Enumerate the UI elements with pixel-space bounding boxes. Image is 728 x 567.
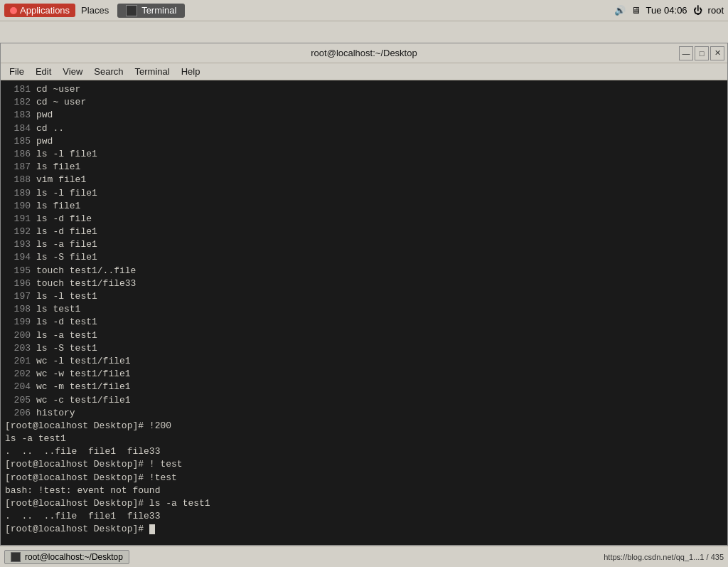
output-line: bash: !test: event not found [5,484,723,497]
command-text: touch test1/..file [36,265,136,277]
line-number: 188 [5,174,31,186]
command-text: cd .. [36,122,64,135]
taskbar-terminal-label: root@localhost:~/Desktop [25,552,123,562]
terminal-menubar: File Edit View Search Terminal Help [1,63,727,80]
menu-file[interactable]: File [4,65,30,78]
line-number: 202 [5,368,31,381]
output-line: [root@localhost Desktop]# !200 [5,420,723,433]
line-number: 191 [5,213,31,226]
taskbar-terminal[interactable]: root@localhost:~/Desktop [4,550,129,564]
history-line: 204wc -m test1/file1 [5,381,723,393]
line-number: 193 [5,238,31,251]
app-dot-icon [10,7,17,14]
command-text: ls -d file1 [36,226,97,238]
history-line: 197ls -l test1 [5,290,723,303]
maximize-button[interactable]: □ [695,46,709,60]
terminal-titlebar: root@localhost:~/Desktop — □ ✕ [1,43,727,63]
places-button[interactable]: Places [75,2,114,18]
line-number: 186 [5,148,31,161]
command-text: ls -a test1 [36,329,97,342]
output-line: [root@localhost Desktop]# !test [5,472,723,484]
history-line: 190ls file1 [5,200,723,213]
display-icon: 🖥 [631,5,641,16]
command-text: wc -l test1/file1 [36,355,131,368]
history-line: 187ls file1 [5,161,723,174]
history-line: 191ls -d file [5,213,723,226]
history-line: 192ls -d file1 [5,226,723,238]
terminal-window: root@localhost:~/Desktop — □ ✕ File Edit… [0,43,728,546]
command-text: wc -c test1/file1 [36,394,131,407]
line-number: 200 [5,329,31,342]
system-bar: Applications Places Terminal 🔊 🖥 Tue 04:… [0,0,728,21]
history-line: 205wc -c test1/file1 [5,394,723,407]
history-line: 196touch test1/file33 [5,277,723,290]
system-tray: 🔊 🖥 Tue 04:06 ⏻ root [614,5,724,16]
command-text: wc -m test1/file1 [36,381,131,393]
line-number: 183 [5,109,31,122]
terminal-content[interactable]: 181cd ~user182cd ~ user183pwd184cd ..185… [1,80,727,545]
line-number: 197 [5,290,31,303]
close-button[interactable]: ✕ [710,46,724,60]
command-text: cd ~ user [36,96,86,109]
command-text: ls -l file1 [36,148,97,161]
applications-button[interactable]: Applications [4,4,75,17]
line-number: 198 [5,303,31,316]
command-text: ls test1 [36,303,80,316]
terminal-tab-label: Terminal [141,5,176,16]
page-info: 1 / 435 [700,553,724,561]
line-number: 185 [5,135,31,148]
line-number: 194 [5,251,31,264]
command-text: history [36,407,75,420]
command-text: ls -d file [36,213,92,226]
line-number: 201 [5,355,31,368]
history-line: 185pwd [5,135,723,148]
taskbar: root@localhost:~/Desktop https://blog.cs… [0,546,728,567]
line-number: 205 [5,394,31,407]
command-text: pwd [36,109,53,122]
minimize-button[interactable]: — [679,46,693,60]
command-text: ls -a file1 [36,238,97,251]
line-number: 189 [5,187,31,200]
output-line: [root@localhost Desktop]# ls -a test1 [5,497,723,510]
line-number: 182 [5,96,31,109]
menu-edit[interactable]: Edit [30,65,57,78]
history-line: 195touch test1/..file [5,265,723,277]
history-line: 184cd .. [5,122,723,135]
command-text: ls -d test1 [36,316,97,329]
line-number: 206 [5,407,31,420]
history-line: 203ls -S test1 [5,342,723,355]
history-line: 202wc -w test1/file1 [5,368,723,381]
command-text: wc -w test1/file1 [36,368,131,381]
line-number: 187 [5,161,31,174]
output-line: . .. ..file file1 file33 [5,445,723,458]
history-line: 183pwd [5,109,723,122]
history-line: 198ls test1 [5,303,723,316]
history-line: 189ls -l file1 [5,187,723,200]
command-text: ls file1 [36,161,80,174]
menu-help[interactable]: Help [176,65,206,78]
menu-search[interactable]: Search [88,65,129,78]
history-line: 200ls -a test1 [5,329,723,342]
command-text: ls -S test1 [36,342,97,355]
menu-view[interactable]: View [57,65,88,78]
command-text: ls -S file1 [36,251,97,264]
history-line: 182cd ~ user [5,96,723,109]
line-number: 192 [5,226,31,238]
output-line: [root@localhost Desktop]# ! test [5,458,723,471]
history-line: 181cd ~user [5,83,723,96]
command-text: touch test1/file33 [36,277,136,290]
terminal-icon [126,5,137,16]
menu-terminal[interactable]: Terminal [129,65,176,78]
history-line: 186ls -l file1 [5,148,723,161]
command-text: pwd [36,135,53,148]
terminal-tab[interactable]: Terminal [117,4,185,18]
command-text: cd ~user [36,83,80,96]
command-text: ls file1 [36,200,80,213]
user-label: root [708,5,724,16]
url-bar: https://blog.csdn.net/qq_1... [604,553,700,561]
history-line: 201wc -l test1/file1 [5,355,723,368]
output-line: ls -a test1 [5,433,723,445]
line-number: 195 [5,265,31,277]
command-text: ls -l file1 [36,187,97,200]
prompt-line: [root@localhost Desktop]# [5,523,723,536]
